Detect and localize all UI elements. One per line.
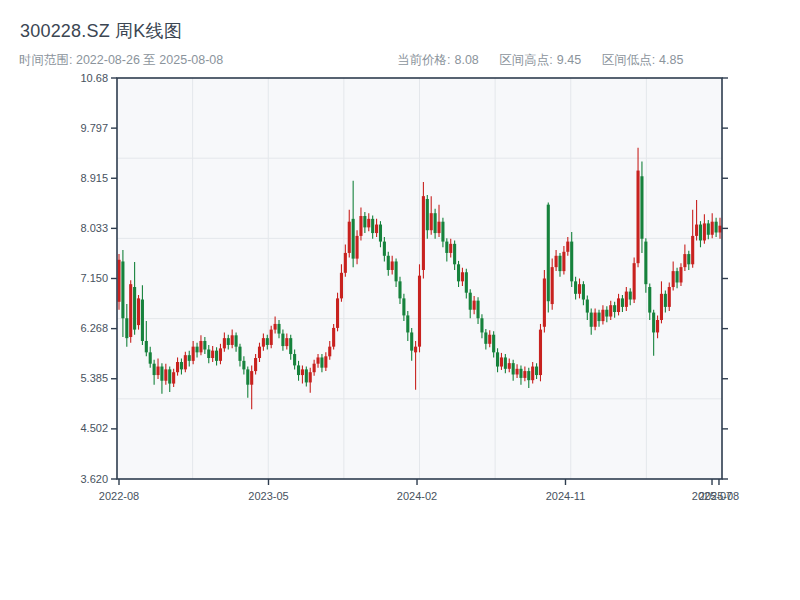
- kline-chart-svg: 10.689.7978.9158.0337.1506.2685.3854.502…: [0, 0, 800, 600]
- candle-body-up: [313, 364, 316, 373]
- candle-body-up: [254, 358, 257, 371]
- x-tick-label: 2024-02: [397, 490, 437, 502]
- candle-body-up: [328, 347, 331, 357]
- candle-body-down: [398, 281, 401, 298]
- candle-body-down: [289, 338, 292, 354]
- candle-body-down: [426, 199, 429, 230]
- candle-body-up: [609, 305, 612, 316]
- candle-body-down: [215, 351, 218, 361]
- candle-body-up: [691, 236, 694, 264]
- candle-body-down: [453, 244, 456, 264]
- candle-body-down: [145, 341, 148, 352]
- candle-body-up: [594, 313, 597, 327]
- candle-body-up: [336, 298, 339, 328]
- candle-body-up: [129, 284, 132, 337]
- candle-body-down: [238, 347, 241, 361]
- candle-body-up: [211, 351, 214, 358]
- candle-body-up: [672, 271, 675, 287]
- candle-body-up: [430, 213, 433, 230]
- candle-body-down: [379, 225, 382, 242]
- candle-body-up: [449, 244, 452, 253]
- candle-body-up: [437, 222, 440, 233]
- candle-body-up: [309, 372, 312, 382]
- candle-body-up: [578, 284, 581, 294]
- candle-body-down: [664, 294, 667, 307]
- x-tick-label: 2023-05: [248, 490, 288, 502]
- candle-body-down: [605, 310, 608, 317]
- candle-body-down: [406, 315, 409, 332]
- candle-body-down: [266, 338, 269, 345]
- candle-body-down: [235, 335, 238, 346]
- candle-body-up: [531, 367, 534, 381]
- candle-body-down: [297, 365, 300, 375]
- candle-body-up: [461, 272, 464, 281]
- candle-body-up: [262, 338, 265, 347]
- candle-body-up: [219, 348, 222, 360]
- candle-body-up: [683, 254, 686, 267]
- candle-body-up: [539, 330, 542, 375]
- y-tick-label: 9.797: [80, 122, 108, 134]
- candle-body-down: [465, 272, 468, 292]
- candle-body-down: [153, 364, 156, 375]
- candle-body-up: [711, 222, 714, 235]
- candle-body-down: [707, 223, 710, 234]
- candle-body-down: [574, 281, 577, 293]
- candle-body-down: [281, 334, 284, 346]
- candle-body-up: [636, 171, 639, 264]
- candle-body-down: [293, 354, 296, 365]
- candle-body-up: [356, 236, 359, 259]
- candle-body-down: [699, 225, 702, 241]
- y-tick-label: 8.915: [80, 172, 108, 184]
- candle-body-up: [231, 335, 234, 345]
- candle-body-down: [621, 298, 624, 307]
- candle-body-up: [418, 276, 421, 347]
- candle-body-down: [203, 341, 206, 350]
- candle-body-down: [715, 222, 718, 233]
- candle-body-up: [367, 219, 370, 228]
- candle-body-down: [519, 369, 522, 378]
- candle-body-down: [527, 371, 530, 380]
- candle-body-up: [551, 267, 554, 304]
- candle-body-down: [121, 261, 124, 318]
- candle-body-down: [434, 213, 437, 233]
- candle-body-up: [274, 324, 277, 330]
- candle-body-up: [223, 338, 226, 348]
- candle-body-up: [164, 369, 167, 380]
- candle-body-down: [687, 254, 690, 264]
- x-tick-label: 2024-11: [546, 490, 586, 502]
- candle-body-down: [277, 324, 280, 334]
- candle-body-up: [660, 294, 663, 320]
- candle-body-down: [207, 349, 210, 358]
- candle-body-up: [703, 223, 706, 240]
- candle-body-up: [422, 196, 425, 270]
- candle-body-up: [285, 338, 288, 346]
- x-tick-label: 2022-08: [99, 490, 139, 502]
- candle-body-up: [473, 301, 476, 310]
- y-tick-label: 5.385: [80, 372, 108, 384]
- candle-body-down: [590, 313, 593, 327]
- candle-body-down: [352, 219, 355, 259]
- candle-body-up: [695, 225, 698, 236]
- y-tick-label: 8.033: [80, 222, 108, 234]
- candle-body-up: [250, 371, 253, 385]
- candle-body-down: [125, 318, 128, 338]
- candle-body-down: [613, 305, 616, 312]
- candle-body-down: [387, 256, 390, 270]
- candle-body-down: [582, 284, 585, 299]
- candle-body-up: [625, 292, 628, 307]
- candle-body-up: [301, 369, 304, 375]
- candle-body-down: [395, 261, 398, 281]
- candle-body-down: [558, 256, 561, 271]
- candle-body-up: [172, 372, 175, 383]
- candle-body-up: [508, 363, 511, 369]
- candle-body-down: [640, 176, 643, 238]
- candle-body-up: [516, 369, 519, 375]
- candle-body-down: [196, 347, 199, 353]
- candle-body-down: [469, 293, 472, 310]
- candle-body-down: [141, 300, 144, 341]
- candle-body-down: [476, 301, 479, 319]
- candle-body-up: [633, 263, 636, 299]
- candle-body-up: [523, 371, 526, 378]
- candle-body-up: [192, 347, 195, 361]
- candle-body-up: [344, 253, 347, 273]
